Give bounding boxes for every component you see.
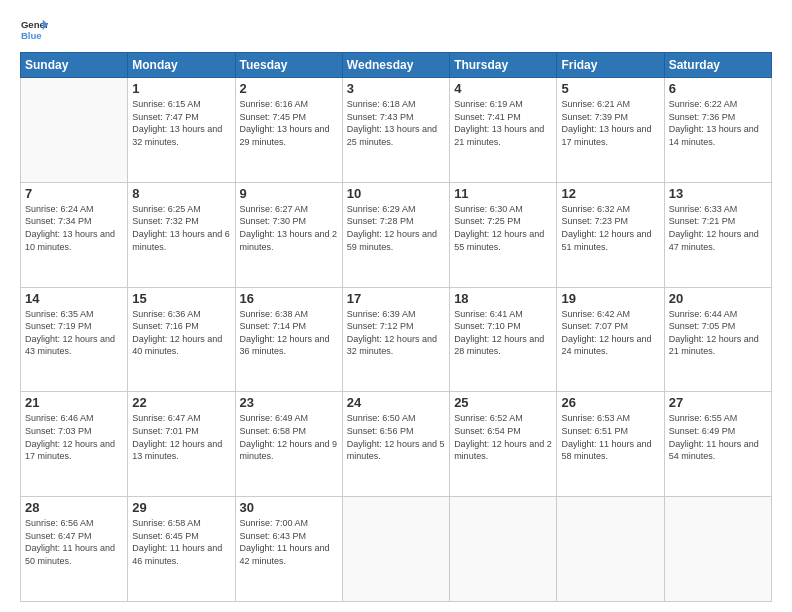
day-number: 28 (25, 500, 123, 515)
day-info: Sunrise: 6:50 AM Sunset: 6:56 PM Dayligh… (347, 412, 445, 462)
day-number: 19 (561, 291, 659, 306)
day-cell (557, 497, 664, 602)
day-info: Sunrise: 7:00 AM Sunset: 6:43 PM Dayligh… (240, 517, 338, 567)
day-info: Sunrise: 6:22 AM Sunset: 7:36 PM Dayligh… (669, 98, 767, 148)
day-cell: 6Sunrise: 6:22 AM Sunset: 7:36 PM Daylig… (664, 78, 771, 183)
day-info: Sunrise: 6:39 AM Sunset: 7:12 PM Dayligh… (347, 308, 445, 358)
page: General Blue SundayMondayTuesdayWednesda… (0, 0, 792, 612)
day-cell: 26Sunrise: 6:53 AM Sunset: 6:51 PM Dayli… (557, 392, 664, 497)
day-cell: 30Sunrise: 7:00 AM Sunset: 6:43 PM Dayli… (235, 497, 342, 602)
day-cell: 16Sunrise: 6:38 AM Sunset: 7:14 PM Dayli… (235, 287, 342, 392)
day-info: Sunrise: 6:56 AM Sunset: 6:47 PM Dayligh… (25, 517, 123, 567)
day-number: 21 (25, 395, 123, 410)
day-cell: 3Sunrise: 6:18 AM Sunset: 7:43 PM Daylig… (342, 78, 449, 183)
week-row-5: 28Sunrise: 6:56 AM Sunset: 6:47 PM Dayli… (21, 497, 772, 602)
calendar-table: SundayMondayTuesdayWednesdayThursdayFrid… (20, 52, 772, 602)
day-cell: 4Sunrise: 6:19 AM Sunset: 7:41 PM Daylig… (450, 78, 557, 183)
day-number: 10 (347, 186, 445, 201)
day-cell: 15Sunrise: 6:36 AM Sunset: 7:16 PM Dayli… (128, 287, 235, 392)
day-cell: 5Sunrise: 6:21 AM Sunset: 7:39 PM Daylig… (557, 78, 664, 183)
day-number: 9 (240, 186, 338, 201)
day-cell: 14Sunrise: 6:35 AM Sunset: 7:19 PM Dayli… (21, 287, 128, 392)
week-row-3: 14Sunrise: 6:35 AM Sunset: 7:19 PM Dayli… (21, 287, 772, 392)
day-number: 29 (132, 500, 230, 515)
day-cell: 28Sunrise: 6:56 AM Sunset: 6:47 PM Dayli… (21, 497, 128, 602)
day-info: Sunrise: 6:29 AM Sunset: 7:28 PM Dayligh… (347, 203, 445, 253)
day-number: 3 (347, 81, 445, 96)
day-cell: 2Sunrise: 6:16 AM Sunset: 7:45 PM Daylig… (235, 78, 342, 183)
day-info: Sunrise: 6:41 AM Sunset: 7:10 PM Dayligh… (454, 308, 552, 358)
day-info: Sunrise: 6:19 AM Sunset: 7:41 PM Dayligh… (454, 98, 552, 148)
day-info: Sunrise: 6:15 AM Sunset: 7:47 PM Dayligh… (132, 98, 230, 148)
weekday-sunday: Sunday (21, 53, 128, 78)
weekday-saturday: Saturday (664, 53, 771, 78)
day-number: 18 (454, 291, 552, 306)
day-cell: 9Sunrise: 6:27 AM Sunset: 7:30 PM Daylig… (235, 182, 342, 287)
day-number: 2 (240, 81, 338, 96)
day-cell: 27Sunrise: 6:55 AM Sunset: 6:49 PM Dayli… (664, 392, 771, 497)
day-cell: 13Sunrise: 6:33 AM Sunset: 7:21 PM Dayli… (664, 182, 771, 287)
day-info: Sunrise: 6:52 AM Sunset: 6:54 PM Dayligh… (454, 412, 552, 462)
day-cell: 24Sunrise: 6:50 AM Sunset: 6:56 PM Dayli… (342, 392, 449, 497)
day-number: 12 (561, 186, 659, 201)
day-cell: 21Sunrise: 6:46 AM Sunset: 7:03 PM Dayli… (21, 392, 128, 497)
day-info: Sunrise: 6:33 AM Sunset: 7:21 PM Dayligh… (669, 203, 767, 253)
day-cell (342, 497, 449, 602)
weekday-tuesday: Tuesday (235, 53, 342, 78)
day-cell: 18Sunrise: 6:41 AM Sunset: 7:10 PM Dayli… (450, 287, 557, 392)
day-number: 17 (347, 291, 445, 306)
day-info: Sunrise: 6:25 AM Sunset: 7:32 PM Dayligh… (132, 203, 230, 253)
day-number: 20 (669, 291, 767, 306)
week-row-4: 21Sunrise: 6:46 AM Sunset: 7:03 PM Dayli… (21, 392, 772, 497)
day-number: 23 (240, 395, 338, 410)
day-info: Sunrise: 6:21 AM Sunset: 7:39 PM Dayligh… (561, 98, 659, 148)
day-number: 27 (669, 395, 767, 410)
day-number: 22 (132, 395, 230, 410)
day-cell: 20Sunrise: 6:44 AM Sunset: 7:05 PM Dayli… (664, 287, 771, 392)
day-cell: 11Sunrise: 6:30 AM Sunset: 7:25 PM Dayli… (450, 182, 557, 287)
day-cell: 1Sunrise: 6:15 AM Sunset: 7:47 PM Daylig… (128, 78, 235, 183)
day-number: 5 (561, 81, 659, 96)
weekday-friday: Friday (557, 53, 664, 78)
day-info: Sunrise: 6:24 AM Sunset: 7:34 PM Dayligh… (25, 203, 123, 253)
week-row-2: 7Sunrise: 6:24 AM Sunset: 7:34 PM Daylig… (21, 182, 772, 287)
day-info: Sunrise: 6:49 AM Sunset: 6:58 PM Dayligh… (240, 412, 338, 462)
day-cell (664, 497, 771, 602)
day-number: 15 (132, 291, 230, 306)
day-number: 26 (561, 395, 659, 410)
day-cell: 23Sunrise: 6:49 AM Sunset: 6:58 PM Dayli… (235, 392, 342, 497)
day-cell: 25Sunrise: 6:52 AM Sunset: 6:54 PM Dayli… (450, 392, 557, 497)
weekday-monday: Monday (128, 53, 235, 78)
day-info: Sunrise: 6:47 AM Sunset: 7:01 PM Dayligh… (132, 412, 230, 462)
day-number: 14 (25, 291, 123, 306)
day-info: Sunrise: 6:55 AM Sunset: 6:49 PM Dayligh… (669, 412, 767, 462)
day-number: 25 (454, 395, 552, 410)
day-number: 24 (347, 395, 445, 410)
weekday-wednesday: Wednesday (342, 53, 449, 78)
day-info: Sunrise: 6:36 AM Sunset: 7:16 PM Dayligh… (132, 308, 230, 358)
svg-text:Blue: Blue (21, 30, 42, 41)
day-cell: 7Sunrise: 6:24 AM Sunset: 7:34 PM Daylig… (21, 182, 128, 287)
day-cell: 12Sunrise: 6:32 AM Sunset: 7:23 PM Dayli… (557, 182, 664, 287)
day-cell: 22Sunrise: 6:47 AM Sunset: 7:01 PM Dayli… (128, 392, 235, 497)
day-cell (450, 497, 557, 602)
day-cell (21, 78, 128, 183)
day-number: 4 (454, 81, 552, 96)
day-number: 30 (240, 500, 338, 515)
day-cell: 29Sunrise: 6:58 AM Sunset: 6:45 PM Dayli… (128, 497, 235, 602)
day-cell: 10Sunrise: 6:29 AM Sunset: 7:28 PM Dayli… (342, 182, 449, 287)
day-cell: 8Sunrise: 6:25 AM Sunset: 7:32 PM Daylig… (128, 182, 235, 287)
day-number: 16 (240, 291, 338, 306)
day-info: Sunrise: 6:38 AM Sunset: 7:14 PM Dayligh… (240, 308, 338, 358)
day-info: Sunrise: 6:53 AM Sunset: 6:51 PM Dayligh… (561, 412, 659, 462)
day-number: 11 (454, 186, 552, 201)
header: General Blue (20, 16, 772, 44)
day-info: Sunrise: 6:30 AM Sunset: 7:25 PM Dayligh… (454, 203, 552, 253)
day-info: Sunrise: 6:16 AM Sunset: 7:45 PM Dayligh… (240, 98, 338, 148)
day-number: 1 (132, 81, 230, 96)
day-number: 13 (669, 186, 767, 201)
day-info: Sunrise: 6:46 AM Sunset: 7:03 PM Dayligh… (25, 412, 123, 462)
day-info: Sunrise: 6:35 AM Sunset: 7:19 PM Dayligh… (25, 308, 123, 358)
logo-icon: General Blue (20, 16, 48, 44)
day-number: 8 (132, 186, 230, 201)
